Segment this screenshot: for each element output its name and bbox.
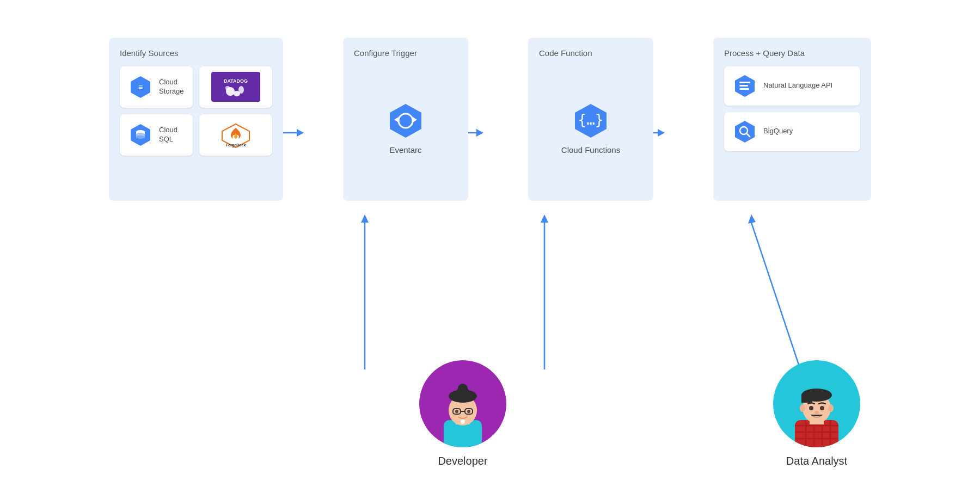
svg-text:ForgeRock: ForgeRock — [226, 143, 246, 147]
svg-line-10 — [751, 223, 800, 369]
diagram-container: Identify Sources ≡ Cloud Storage DATADOG — [54, 16, 926, 484]
boxes-row: Identify Sources ≡ Cloud Storage DATADOG — [109, 38, 871, 201]
arrow2-spacer — [468, 38, 528, 201]
code-function-section: Code Function {…} Cloud Functions — [528, 38, 653, 201]
svg-rect-63 — [801, 395, 812, 403]
source-card-datadog: DATADOG — [199, 66, 272, 108]
svg-marker-9 — [541, 214, 548, 223]
eventarc-label: Eventarc — [389, 145, 421, 155]
identify-sources-title: Identify Sources — [120, 48, 272, 58]
nl-api-icon — [733, 74, 757, 98]
svg-rect-14 — [211, 72, 260, 102]
source-card-cloud-sql: Cloud SQL — [120, 114, 193, 156]
nl-api-label: Natural Language API — [763, 81, 832, 90]
developer-avatar-svg — [425, 371, 501, 447]
svg-point-25 — [136, 135, 145, 139]
code-function-title: Code Function — [539, 48, 592, 58]
svg-text:≡: ≡ — [138, 83, 143, 91]
cloud-functions-label: Cloud Functions — [561, 145, 620, 155]
svg-point-67 — [820, 406, 824, 410]
cloud-functions-icon: {…} — [572, 102, 610, 140]
developer-label: Developer — [438, 455, 487, 467]
arrow1-spacer — [283, 38, 343, 201]
svg-point-51 — [461, 420, 465, 424]
cloud-sql-icon — [128, 123, 152, 147]
bigquery-icon — [733, 120, 757, 144]
svg-text:DATADOG: DATADOG — [224, 78, 248, 84]
cloud-functions-container: {…} Cloud Functions — [539, 66, 642, 190]
configure-trigger-title: Configure Trigger — [354, 48, 417, 58]
source-grid: ≡ Cloud Storage DATADOG — [120, 66, 272, 156]
process-query-title: Process + Query Data — [724, 48, 860, 58]
cloud-sql-label: Cloud SQL — [159, 126, 184, 144]
svg-point-18 — [225, 86, 230, 90]
developer-section: Developer — [419, 360, 506, 467]
process-card-bigquery: BigQuery — [724, 112, 860, 151]
svg-text:{…}: {…} — [578, 112, 604, 128]
process-list: Natural Language API BigQuery — [724, 66, 860, 151]
source-card-forgerock: ForgeRock — [199, 114, 272, 156]
svg-marker-11 — [748, 214, 756, 224]
bigquery-label: BigQuery — [763, 127, 793, 136]
svg-point-49 — [455, 410, 458, 413]
developer-avatar — [419, 360, 506, 447]
configure-trigger-section: Configure Trigger Eventarc — [343, 38, 468, 201]
forgerock-logo: ForgeRock — [214, 121, 258, 149]
svg-marker-7 — [361, 214, 369, 223]
datadog-logo: DATADOG — [211, 72, 260, 102]
cloud-storage-icon: ≡ — [128, 75, 152, 99]
svg-rect-35 — [739, 85, 748, 87]
arrow3-spacer — [653, 38, 713, 201]
svg-rect-36 — [739, 88, 749, 90]
eventarc-icon — [387, 102, 425, 140]
eventarc-container: Eventarc — [354, 66, 457, 190]
svg-point-68 — [814, 411, 819, 414]
process-query-section: Process + Query Data Natural Language AP… — [713, 38, 871, 201]
process-card-nl-api: Natural Language API — [724, 66, 860, 106]
cloud-storage-label: Cloud Storage — [159, 78, 184, 96]
data-analyst-label: Data Analyst — [786, 455, 847, 467]
svg-point-45 — [458, 384, 468, 393]
svg-marker-28 — [390, 104, 421, 138]
svg-marker-37 — [735, 121, 755, 143]
svg-point-50 — [467, 410, 470, 413]
source-card-cloud-storage: ≡ Cloud Storage — [120, 66, 193, 108]
data-analyst-avatar-svg — [779, 371, 855, 447]
svg-point-66 — [809, 406, 813, 410]
svg-point-64 — [800, 404, 805, 412]
data-analyst-section: Data Analyst — [773, 360, 860, 467]
svg-point-65 — [828, 404, 834, 412]
svg-point-19 — [238, 86, 244, 94]
data-analyst-avatar — [773, 360, 860, 447]
svg-rect-34 — [739, 82, 750, 83]
identify-sources-section: Identify Sources ≡ Cloud Storage DATADOG — [109, 38, 283, 201]
